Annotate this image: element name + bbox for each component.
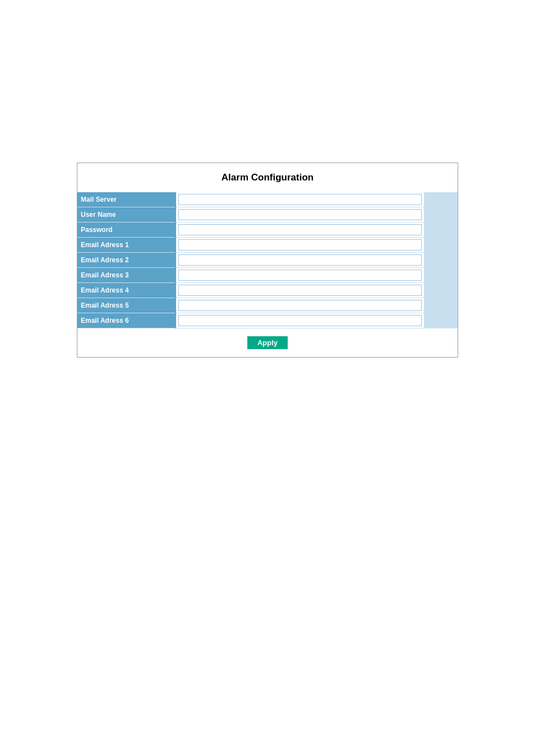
input-email-address-4[interactable] [178,285,422,296]
input-cell-password [176,222,424,238]
input-cell-email-address-5 [176,298,424,313]
page-title: Alarm Configuration [222,172,313,183]
input-email-address-3[interactable] [178,270,422,281]
form-title-row: Alarm Configuration [77,163,458,190]
side-cell-email-address-4 [424,283,458,298]
input-email-address-5[interactable] [178,300,422,311]
table-row: Email Adress 1 [77,238,458,253]
label-password: Password [77,222,176,238]
input-cell-user-name [176,207,424,222]
table-row: Email Adress 2 [77,253,458,268]
input-cell-email-address-3 [176,268,424,283]
apply-button[interactable]: Apply [247,336,288,349]
alarm-config-form: Alarm Configuration Mail ServerUser Name… [77,163,458,358]
label-email-address-1: Email Adress 1 [77,238,176,253]
side-cell-password [424,222,458,238]
table-row: Email Adress 4 [77,283,458,298]
input-cell-email-address-1 [176,238,424,253]
table-row: Email Adress 3 [77,268,458,283]
table-row: Mail Server [77,192,458,207]
input-email-address-6[interactable] [178,315,422,326]
label-email-address-4: Email Adress 4 [77,283,176,298]
side-cell-email-address-3 [424,268,458,283]
table-row: Email Adress 5 [77,298,458,313]
label-email-address-6: Email Adress 6 [77,313,176,328]
input-cell-email-address-6 [176,313,424,328]
input-cell-mail-server [176,192,424,207]
config-table: Mail ServerUser NamePasswordEmail Adress… [77,192,458,328]
side-cell-mail-server [424,192,458,207]
side-cell-email-address-2 [424,253,458,268]
side-cell-email-address-1 [424,238,458,253]
label-email-address-2: Email Adress 2 [77,253,176,268]
input-user-name[interactable] [178,209,422,220]
table-row: Password [77,222,458,238]
side-cell-email-address-5 [424,298,458,313]
input-cell-email-address-2 [176,253,424,268]
table-row: Email Adress 6 [77,313,458,328]
input-mail-server[interactable] [178,194,422,205]
side-cell-user-name [424,207,458,222]
side-cell-email-address-6 [424,313,458,328]
page-container: Alarm Configuration Mail ServerUser Name… [0,0,535,358]
input-password[interactable] [178,224,422,235]
label-email-address-5: Email Adress 5 [77,298,176,313]
apply-row: Apply [77,328,458,357]
label-email-address-3: Email Adress 3 [77,268,176,283]
input-email-address-1[interactable] [178,239,422,251]
input-email-address-2[interactable] [178,254,422,266]
label-user-name: User Name [77,207,176,222]
table-row: User Name [77,207,458,222]
input-cell-email-address-4 [176,283,424,298]
label-mail-server: Mail Server [77,192,176,207]
